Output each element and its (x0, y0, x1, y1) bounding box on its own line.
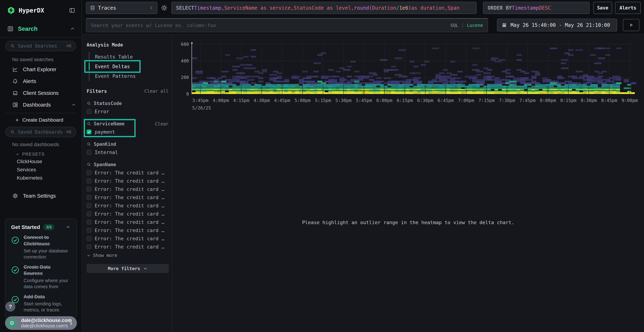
heatmap-cell (406, 92, 410, 94)
search-icon[interactable] (86, 162, 91, 167)
preset-dashboard-kubernetes[interactable]: Kubernetes (5, 174, 76, 182)
analysis-option-results-table[interactable]: Results Table (95, 52, 168, 62)
heatmap-cell (299, 92, 302, 94)
filter-clear-button[interactable]: Clear (155, 121, 168, 126)
analysis-option-event-deltas[interactable]: Event Deltas (95, 62, 168, 71)
filter-checkbox-row[interactable]: Error: The credit card … (86, 244, 168, 250)
heatmap-cell (420, 84, 424, 86)
heatmap-cell (524, 77, 529, 79)
saved-searches-input[interactable]: Saved Searches ⌘K (5, 41, 76, 51)
sidebar-item-team-settings[interactable]: Team Settings (5, 190, 76, 202)
checkbox-unchecked[interactable] (86, 109, 92, 114)
sidebar-item-chart-explorer[interactable]: Chart Explorer (5, 64, 76, 75)
search-icon[interactable] (86, 101, 91, 106)
search-icon[interactable] (86, 142, 91, 146)
sidebar-item-dashboards[interactable]: Dashboards (5, 99, 76, 111)
saved-dashboards-input[interactable]: Saved Dashboards ⌘K (5, 127, 76, 137)
checkbox-unchecked[interactable] (86, 244, 92, 249)
filter-checkbox-row[interactable]: Error: The credit card … (86, 211, 168, 216)
sidebar-collapse-icon[interactable] (69, 7, 75, 14)
filter-checkbox-row[interactable]: Error: The credit card … (86, 203, 168, 208)
source-select[interactable]: Traces (86, 2, 158, 14)
run-query-button[interactable] (623, 19, 639, 31)
get-started-item[interactable]: Connect to ClickHouseSet up your databas… (11, 234, 71, 260)
heatmap-cell (480, 84, 483, 86)
heatmap-cell (244, 56, 249, 58)
heatmap-cell (587, 90, 590, 92)
checkbox-unchecked[interactable] (86, 150, 92, 155)
user-menu[interactable]: D dale@clickhouse.com dale@clickhouse.co… (5, 316, 77, 330)
date-range-picker[interactable]: May 26 15:40:00 - May 26 21:10:00 (497, 18, 617, 32)
checkbox-unchecked[interactable] (86, 195, 92, 200)
source-settings-gear-icon[interactable] (161, 4, 168, 12)
search-icon[interactable] (86, 122, 91, 126)
filter-checkbox-row[interactable]: Error: The credit card … (86, 186, 168, 192)
checkbox-unchecked[interactable] (86, 212, 92, 216)
filter-checkbox-row[interactable]: Error (86, 108, 168, 114)
chevron-up-icon[interactable] (66, 224, 71, 230)
heatmap-cell (428, 86, 432, 88)
checkbox-unchecked[interactable] (86, 220, 92, 224)
preset-dashboard-clickhouse[interactable]: ClickHouse (5, 158, 76, 166)
filter-checkbox-row[interactable]: Error: The credit card … (86, 227, 168, 233)
heatmap-cell (402, 84, 406, 86)
sidebar-item-client-sessions[interactable]: Client Sessions (5, 87, 76, 99)
filter-checkbox-row[interactable]: Error: The credit card … (86, 178, 168, 184)
heatmap-cell (395, 92, 398, 94)
alerts-button[interactable]: Alerts (615, 2, 641, 14)
checkbox-unchecked[interactable] (86, 236, 92, 241)
sql-mode-toggle[interactable]: SQL (450, 23, 458, 28)
lucene-mode-toggle[interactable]: Lucene (467, 23, 483, 28)
checkbox-unchecked[interactable] (86, 187, 92, 192)
heatmap-cell (564, 90, 568, 92)
heatmap-cell (373, 92, 376, 94)
heatmap-cell (314, 86, 317, 88)
show-more-button[interactable]: Show more (86, 253, 168, 258)
checkbox-unchecked[interactable] (86, 228, 92, 233)
heatmap-cell (228, 84, 232, 86)
heatmap-cell (413, 90, 417, 92)
sidebar-item-alerts[interactable]: Alerts (5, 75, 76, 87)
heatmap-cell (402, 86, 406, 88)
analysis-option-event-patterns[interactable]: Event Patterns (95, 71, 168, 81)
filter-checkbox-row[interactable]: Error: The credit card … (86, 219, 168, 225)
get-started-item[interactable]: Add DataStart sending logs, metrics, or … (11, 294, 71, 313)
filter-checkbox-row[interactable]: payment (86, 129, 168, 135)
heatmap-cell (424, 90, 428, 92)
hyperdx-app: HyperDX Search Saved Searches ⌘K (0, 0, 644, 332)
heatmap-cell (277, 76, 282, 78)
duration-heatmap-chart[interactable]: 02004006003:45pm4:00pm4:15pm4:30pm4:45pm… (172, 34, 644, 332)
heatmap-cell (214, 90, 218, 92)
heatmap-cell (236, 86, 240, 88)
sql-select-input[interactable]: SELECT Timestamp, ServiceName as service… (172, 2, 476, 14)
more-filters-button[interactable]: More filters (86, 264, 169, 273)
sql-orderby-input[interactable]: ORDER BY Timestamp DESC (483, 2, 590, 14)
checkbox-unchecked[interactable] (86, 203, 92, 208)
help-button[interactable]: ? (5, 302, 16, 312)
filter-checkbox-row[interactable]: Error: The credit card … (86, 194, 168, 200)
heatmap-cell (542, 86, 546, 88)
sidebar-item-search[interactable]: Search (0, 26, 82, 32)
create-dashboard-button[interactable]: + Create Dashboard (5, 115, 76, 126)
filter-checkbox-row[interactable]: Error: The credit card … (86, 236, 168, 241)
checkbox-unchecked[interactable] (86, 178, 92, 183)
checkbox-checked[interactable] (86, 130, 92, 134)
heatmap-cell (439, 81, 446, 82)
event-search-input[interactable]: Search your events w/ Lucene ex. column:… (86, 18, 488, 32)
presets-toggle[interactable]: PRESETS (16, 152, 76, 157)
heatmap-cell (225, 84, 229, 86)
heatmap-cell (605, 54, 610, 56)
preset-dashboard-services[interactable]: Services (5, 166, 76, 174)
heatmap-cell (557, 76, 562, 78)
save-button[interactable]: Save (593, 2, 612, 14)
checkbox-unchecked[interactable] (86, 170, 92, 175)
filter-checkbox-row[interactable]: Error: The credit card … (86, 170, 168, 176)
get-started-item-title: Add Data (24, 294, 71, 300)
heatmap-cell (365, 84, 369, 86)
filter-checkbox-row[interactable]: Internal (86, 149, 168, 155)
heatmap-cell (583, 90, 587, 92)
heatmap-panel[interactable]: 02004006003:45pm4:00pm4:15pm4:30pm4:45pm… (172, 34, 644, 332)
clear-all-button[interactable]: Clear all (144, 88, 168, 94)
heatmap-cell (262, 92, 266, 94)
get-started-item[interactable]: Create Data SourcesConfigure where your … (11, 264, 71, 290)
